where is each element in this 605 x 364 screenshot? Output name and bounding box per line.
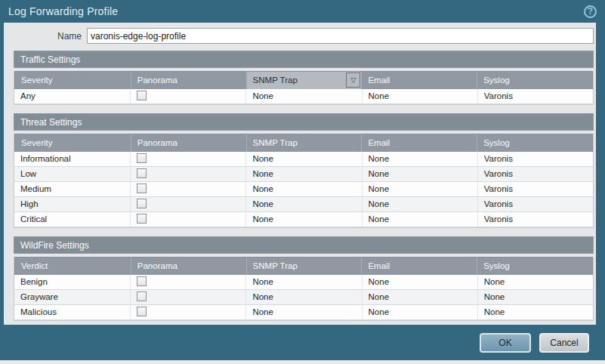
column-header-email[interactable]: Email: [361, 258, 477, 275]
syslog-cell[interactable]: Varonis: [477, 167, 593, 181]
email-cell[interactable]: None: [362, 212, 477, 227]
severity-cell: High: [14, 197, 130, 211]
panorama-checkbox[interactable]: [137, 184, 147, 193]
column-header-email[interactable]: Email: [361, 72, 477, 89]
column-header-severity[interactable]: Severity: [15, 134, 131, 152]
column-header-snmp-trap[interactable]: SNMP Trap▽: [246, 72, 362, 89]
snmp-trap-cell[interactable]: None: [245, 89, 361, 103]
panorama-checkbox[interactable]: [137, 214, 147, 224]
panorama-checkbox[interactable]: [137, 153, 147, 163]
email-cell[interactable]: None: [362, 152, 477, 166]
snmp-trap-cell[interactable]: None: [245, 275, 361, 289]
name-label: Name: [14, 31, 87, 42]
snmp-trap-cell[interactable]: None: [245, 290, 361, 304]
email-cell[interactable]: None: [362, 89, 477, 103]
column-header-syslog[interactable]: Syslog: [477, 72, 592, 89]
table-row: AnyNoneNoneVaronis: [14, 89, 593, 104]
column-header-label: Severity: [21, 76, 53, 85]
ok-button[interactable]: OK: [480, 333, 531, 353]
snmp-trap-cell[interactable]: None: [245, 305, 361, 319]
severity-cell: Informational: [14, 152, 130, 166]
column-header-syslog[interactable]: Syslog: [477, 258, 592, 275]
column-header-label: Panorama: [137, 76, 177, 85]
email-cell[interactable]: None: [362, 197, 477, 211]
panorama-checkbox[interactable]: [137, 307, 147, 316]
column-header-verdict[interactable]: Verdict: [15, 258, 131, 275]
column-header-snmp-trap[interactable]: SNMP Trap: [246, 258, 362, 275]
syslog-cell[interactable]: Varonis: [477, 197, 593, 211]
column-header-label: Syslog: [483, 261, 510, 270]
column-header-label: Email: [368, 261, 390, 270]
panorama-cell[interactable]: [130, 197, 245, 211]
column-header-panorama[interactable]: Panorama: [131, 72, 246, 89]
column-header-label: Severity: [21, 138, 53, 147]
email-cell[interactable]: None: [362, 290, 477, 304]
column-header-label: Panorama: [137, 138, 177, 147]
dialog-footer: OK Cancel: [0, 325, 605, 360]
table-row: MaliciousNoneNoneNone: [14, 305, 593, 320]
column-header-syslog[interactable]: Syslog: [477, 134, 592, 152]
column-menu-button[interactable]: ▽: [346, 72, 360, 88]
panorama-cell[interactable]: [130, 290, 245, 304]
syslog-cell[interactable]: None: [477, 305, 593, 319]
name-row: Name: [14, 28, 594, 44]
email-cell[interactable]: None: [362, 275, 477, 289]
cancel-button[interactable]: Cancel: [539, 333, 589, 353]
column-header-label: Email: [368, 138, 390, 147]
section-title: Traffic Settings: [14, 51, 594, 68]
column-header-email[interactable]: Email: [361, 134, 477, 152]
table-header-row: SeverityPanoramaSNMP TrapEmailSyslog: [14, 134, 593, 152]
table-row: CriticalNoneNoneVaronis: [14, 212, 593, 227]
settings-table: SeverityPanoramaSNMP TrapEmailSyslogInfo…: [14, 134, 594, 228]
syslog-cell[interactable]: Varonis: [477, 89, 593, 103]
email-cell[interactable]: None: [362, 305, 477, 319]
section-title: Threat Settings: [14, 113, 594, 131]
help-icon[interactable]: ?: [584, 5, 597, 18]
panorama-checkbox[interactable]: [137, 292, 147, 301]
snmp-trap-cell[interactable]: None: [245, 197, 361, 211]
panorama-cell[interactable]: [130, 182, 245, 196]
verdict-cell: Benign: [14, 275, 130, 289]
panorama-checkbox[interactable]: [137, 276, 147, 286]
column-header-panorama[interactable]: Panorama: [131, 134, 246, 152]
verdict-cell: Malicious: [14, 305, 130, 319]
column-header-panorama[interactable]: Panorama: [131, 258, 246, 275]
log-forwarding-profile-dialog: Log Forwarding Profile ? Name Traffic Se…: [0, 0, 605, 364]
section-threat-settings: Threat SettingsSeverityPanoramaSNMP Trap…: [14, 113, 594, 228]
column-header-label: SNMP Trap: [253, 138, 298, 147]
panorama-cell[interactable]: [130, 305, 245, 319]
snmp-trap-cell[interactable]: None: [245, 152, 361, 166]
column-header-label: Syslog: [483, 76, 510, 85]
panorama-checkbox[interactable]: [137, 168, 147, 178]
panorama-cell[interactable]: [130, 89, 245, 103]
email-cell[interactable]: None: [362, 167, 477, 181]
column-header-label: Syslog: [483, 138, 510, 147]
email-cell[interactable]: None: [362, 182, 477, 196]
syslog-cell[interactable]: None: [477, 275, 593, 289]
dialog-title: Log Forwarding Profile: [8, 5, 118, 17]
snmp-trap-cell[interactable]: None: [245, 167, 361, 181]
snmp-trap-cell[interactable]: None: [245, 182, 361, 196]
syslog-cell[interactable]: Varonis: [477, 182, 593, 196]
settings-table: VerdictPanoramaSNMP TrapEmailSyslogBenig…: [14, 257, 594, 321]
panorama-cell[interactable]: [130, 212, 245, 227]
chevron-down-icon: ▽: [350, 77, 356, 84]
panorama-cell[interactable]: [130, 167, 245, 181]
dialog-body: Name Traffic SettingsSeverityPanoramaSNM…: [4, 23, 596, 325]
column-header-label: SNMP Trap: [253, 76, 298, 85]
section-title: WildFire Settings: [14, 236, 594, 254]
syslog-cell[interactable]: Varonis: [477, 212, 593, 227]
verdict-cell: Grayware: [14, 290, 130, 304]
name-input[interactable]: [87, 28, 594, 44]
panorama-cell[interactable]: [130, 152, 245, 166]
column-header-severity[interactable]: Severity: [15, 72, 131, 89]
syslog-cell[interactable]: Varonis: [477, 152, 593, 166]
syslog-cell[interactable]: None: [477, 290, 593, 304]
panorama-checkbox[interactable]: [137, 91, 147, 100]
table-row: InformationalNoneNoneVaronis: [14, 152, 593, 167]
panorama-checkbox[interactable]: [137, 199, 147, 208]
column-header-snmp-trap[interactable]: SNMP Trap: [246, 134, 362, 152]
panorama-cell[interactable]: [130, 275, 245, 289]
table-header-row: SeverityPanoramaSNMP Trap▽EmailSyslog: [14, 71, 593, 89]
snmp-trap-cell[interactable]: None: [245, 212, 361, 227]
